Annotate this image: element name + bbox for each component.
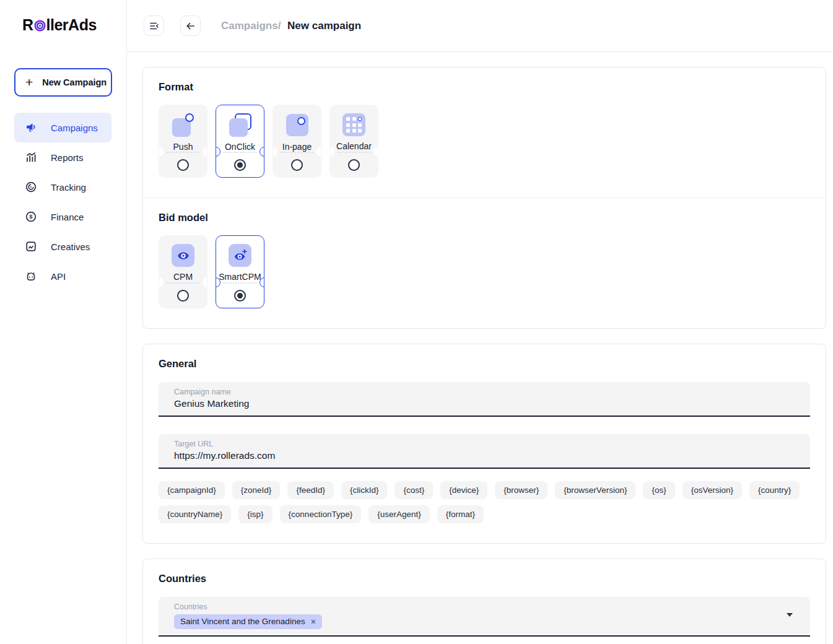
bid-option-cpm[interactable]: CPM [159,235,207,308]
macro-chip-browserversion[interactable]: {browserVersion} [555,481,635,499]
megaphone-icon [25,121,37,134]
back-button[interactable] [180,15,201,36]
sidebar-item-label: Campaigns [51,123,98,133]
sidebar: RllerAds + New Campaign Campaigns Report… [0,0,127,644]
macro-chip-useragent[interactable]: {userAgent} [369,505,430,523]
push-format-icon [172,113,195,137]
general-card: General Campaign name Genius Marketing T… [142,344,826,544]
macro-chip-zoneid[interactable]: {zoneId} [232,481,281,499]
format-options: Push OnClick [159,105,810,178]
coin-icon: $ [25,211,37,223]
macro-chip-clickid[interactable]: {clickId} [341,481,388,499]
collapse-sidebar-button[interactable] [144,15,164,36]
country-tag: Saint Vincent and the Grenadines × [174,614,322,629]
svg-text:$: $ [29,213,33,220]
macro-chip-country[interactable]: {country} [749,481,800,499]
sidebar-item-label: API [51,271,66,282]
sidebar-item-campaigns[interactable]: Campaigns [14,113,111,142]
macro-chip-isp[interactable]: {isp} [238,505,272,523]
format-bid-card: Format Push [142,67,826,329]
plus-icon: + [25,76,33,89]
macro-chip-countryname[interactable]: {countryName} [159,505,231,523]
sidebar-item-finance[interactable]: $ Finance [14,202,111,232]
countries-section: Countries Countries Saint Vincent and th… [143,559,826,644]
format-option-push[interactable]: Push [159,105,207,178]
campaign-name-field[interactable]: Campaign name Genius Marketing [159,382,810,417]
bid-model-options: CPM SmartCPM [159,235,810,308]
campaign-name-label: Campaign name [174,388,795,396]
content-area: Format Push [127,67,833,644]
smartcpm-radio[interactable] [234,290,246,302]
macro-chip-osversion[interactable]: {osVersion} [683,481,742,499]
countries-select[interactable]: Countries Saint Vincent and the Grenadin… [159,597,810,637]
target-url-field[interactable]: Target URL https://my.rollerads.com [159,434,810,469]
cpm-radio[interactable] [177,290,189,302]
inpage-format-icon [286,113,309,137]
countries-select-label: Countries [174,603,795,611]
bid-option-smartcpm[interactable]: SmartCPM [216,235,264,308]
image-icon [25,240,37,253]
bid-option-label: CPM [159,272,207,282]
eye-icon [172,244,194,267]
format-section: Format Push [143,67,826,198]
countries-title: Countries [159,573,810,585]
macro-chip-device[interactable]: {device} [440,481,487,499]
onclick-radio[interactable] [234,159,246,171]
macro-chip-campaignid[interactable]: {campaignId} [159,481,225,499]
format-option-label: Calendar [330,141,378,151]
sidebar-item-reports[interactable]: Reports [14,142,111,172]
macro-chips: {campaignId} {zoneId} {feedId} {clickId}… [159,481,810,523]
chevron-down-icon[interactable] [787,613,793,617]
bid-model-section: Bid model CPM [143,198,826,328]
calendar-format-icon [342,113,365,136]
macro-chip-cost[interactable]: {cost} [395,481,433,499]
inpage-radio[interactable] [291,159,303,171]
new-campaign-button[interactable]: + New Campaign [14,68,112,97]
bar-chart-icon [25,151,37,163]
sidebar-item-label: Reports [51,152,84,163]
logo-target-icon [34,20,46,32]
logo-text-end: Ads [68,16,97,34]
sidebar-item-api[interactable]: API [14,261,111,291]
campaign-name-value[interactable]: Genius Marketing [174,398,795,409]
sidebar-item-label: Tracking [51,182,86,193]
sidebar-item-label: Finance [51,212,84,222]
breadcrumb: Campaigns/ New campaign [221,20,361,32]
sidebar-item-tracking[interactable]: Tracking [14,172,111,202]
target-disc-icon [25,181,37,193]
macro-chip-os[interactable]: {os} [643,481,674,499]
macro-chip-connectiontype[interactable]: {connectionType} [280,505,362,523]
robot-icon [25,270,37,282]
page-title: New campaign [287,20,361,32]
remove-country-icon[interactable]: × [311,617,316,626]
format-title: Format [159,81,810,93]
main-content: Campaigns/ New campaign Format Push [127,0,833,644]
push-radio[interactable] [177,159,189,171]
bid-model-title: Bid model [159,212,810,224]
arrow-left-icon [185,20,196,32]
logo-text-mid: ller [46,16,69,34]
country-tag-label: Saint Vincent and the Grenadines [180,617,305,626]
collapse-menu-icon [149,20,160,32]
calendar-radio[interactable] [348,159,360,171]
eye-plus-icon [229,244,251,267]
sidebar-item-label: Creatives [51,242,90,252]
rollerads-logo[interactable]: RllerAds [22,16,126,34]
topbar: Campaigns/ New campaign [127,0,833,52]
target-url-value[interactable]: https://my.rollerads.com [174,450,795,461]
format-option-inpage[interactable]: In-page [273,105,321,178]
sidebar-item-creatives[interactable]: Creatives [14,232,111,261]
macro-chip-feedid[interactable]: {feedId} [287,481,334,499]
macro-chip-format[interactable]: {format} [437,505,484,523]
format-option-onclick[interactable]: OnClick [216,105,264,178]
sidebar-nav: Campaigns Reports Tracking $ Finance Cre… [0,113,126,291]
format-option-label: Push [159,142,207,152]
format-option-calendar[interactable]: Calendar [329,105,378,178]
target-url-label: Target URL [174,440,795,448]
breadcrumb-parent[interactable]: Campaigns/ [221,20,281,32]
onclick-format-icon [229,113,252,137]
logo-text-r: R [22,16,33,34]
general-title: General [159,358,810,370]
macro-chip-browser[interactable]: {browser} [495,481,547,499]
bid-option-label: SmartCPM [216,272,264,282]
